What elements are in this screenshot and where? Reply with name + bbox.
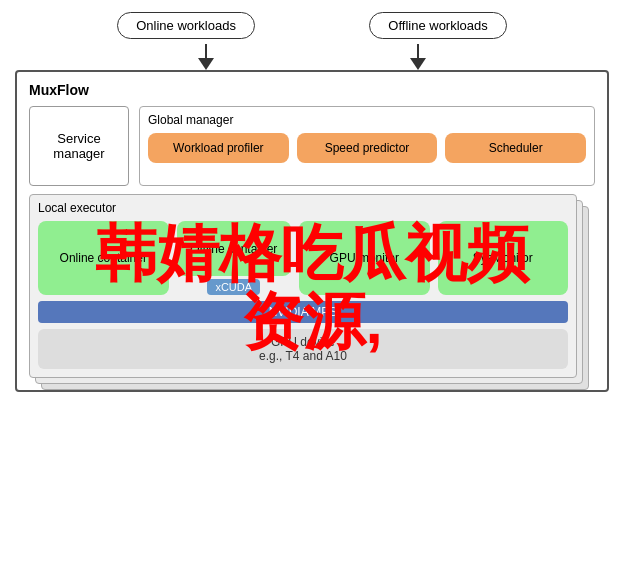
speed-predictor-label: Speed predictor [325, 141, 410, 155]
online-arrow [198, 44, 214, 70]
watermark: 韩婧格吃瓜视频 资源, [0, 220, 624, 356]
workload-profiler-label: Workload profiler [173, 141, 263, 155]
speed-predictor-box: Speed predictor [297, 133, 438, 163]
service-manager-label: Service manager [42, 131, 116, 161]
global-manager-section: Global manager Workload profiler Speed p… [139, 106, 595, 186]
offline-arrow [410, 44, 426, 70]
watermark-line2: 资源, [0, 288, 624, 356]
watermark-line1: 韩婧格吃瓜视频 [0, 220, 624, 288]
local-executor-label: Local executor [38, 201, 568, 215]
scheduler-box: Scheduler [445, 133, 586, 163]
offline-workloads-label: Offline workloads [369, 12, 506, 39]
muxflow-title: MuxFlow [29, 82, 595, 98]
global-manager-label: Global manager [148, 113, 586, 127]
scheduler-label: Scheduler [489, 141, 543, 155]
online-workloads-label: Online workloads [117, 12, 255, 39]
workload-profiler-box: Workload profiler [148, 133, 289, 163]
service-manager-box: Service manager [29, 106, 129, 186]
